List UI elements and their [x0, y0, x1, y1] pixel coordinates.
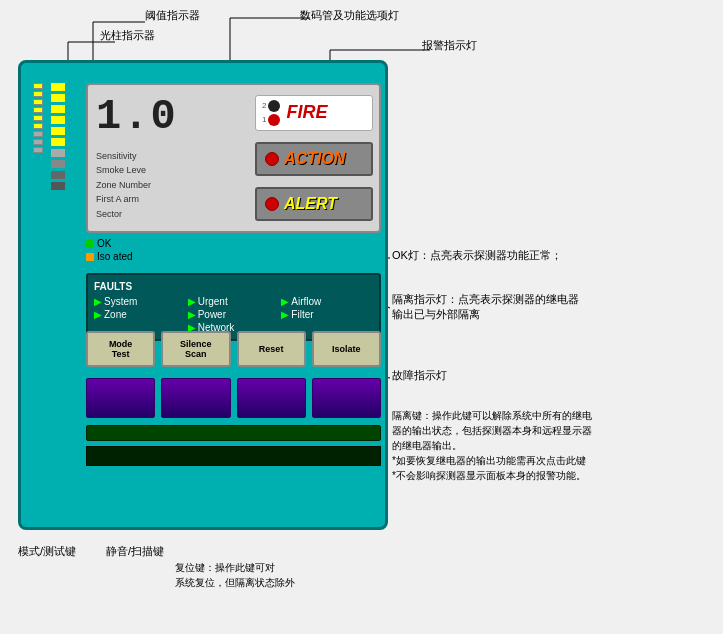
threshold-bars [33, 83, 43, 153]
ok-annotation-text: OK灯：点亮表示探测器功能正常； [392, 249, 562, 261]
light-bar-9 [51, 171, 65, 179]
main-display: 1.0 Sensitivity Smoke Leve Zone Number F… [86, 83, 381, 233]
threshold-bar-2 [33, 91, 43, 97]
bottom-labels-row: 模式/测试键 静音/扫描键 [18, 544, 164, 559]
fault-filter-label: Filter [291, 309, 313, 320]
fault-filter: ▶ Filter [281, 309, 373, 320]
ok-annotation: OK灯：点亮表示探测器功能正常； [392, 248, 562, 263]
fault-arrow-airflow: ▶ [281, 296, 289, 307]
threshold-bar-4 [33, 107, 43, 113]
dot1-number: 1 [262, 115, 266, 124]
display-bar-2 [161, 378, 230, 418]
fault-urgent: ▶ Urgent [188, 296, 280, 307]
mode-test-button[interactable]: Mode Test [86, 331, 155, 367]
fault-arrow-system: ▶ [94, 296, 102, 307]
display-labels: Sensitivity Smoke Leve Zone Number First… [96, 149, 241, 221]
isolate-desc-text: 隔离键：操作此键可以解除系统中所有的继电器的输出状态，包括探测器本身和远程显示器… [392, 410, 592, 481]
bottom-display-bar [86, 446, 381, 466]
display-bar-4 [312, 378, 381, 418]
display-right: 2 1 FIRE ACTION [249, 85, 379, 231]
action-box: ACTION [255, 142, 373, 176]
reset-desc-text: 复位键：操作此键可对系统复位，但隔离状态除外 [175, 562, 295, 588]
fire-dots: 2 1 [262, 100, 280, 126]
alert-label: ALERT [284, 195, 337, 213]
fault-arrow-zone: ▶ [94, 309, 102, 320]
light-bar-3 [51, 105, 65, 113]
fault-zone: ▶ Zone [94, 309, 186, 320]
light-bar-6 [51, 138, 65, 146]
zone-number-label: Zone Number [96, 178, 241, 192]
buttons-row: Mode Test Silence Scan Reset Isolate [86, 331, 381, 367]
alert-box: ALERT [255, 187, 373, 221]
fault-annotation: 故障指示灯 [392, 368, 447, 383]
fault-system-label: System [104, 296, 137, 307]
isolation-annotation: 隔离指示灯：点亮表示探测器的继电器输出已与外部隔离 [392, 292, 579, 323]
threshold-bar-1 [33, 83, 43, 89]
display-bar-1 [86, 378, 155, 418]
threshold-bar-5 [33, 115, 43, 121]
fault-annotation-text: 故障指示灯 [392, 369, 447, 381]
fault-system: ▶ System [94, 296, 186, 307]
ok-row: OK Iso ated [86, 238, 133, 262]
light-bar-7 [51, 149, 65, 157]
alarm-indicator-label: 报警指示灯 [422, 38, 477, 53]
alert-dot [265, 197, 279, 211]
light-bar-indicator-label: 光柱指示器 [100, 28, 155, 43]
smoke-level-label: Smoke Leve [96, 163, 241, 177]
mode-test-bottom-label: 模式/测试键 [18, 544, 76, 559]
first-arm-label: First A arm [96, 192, 241, 206]
silence-scan-button[interactable]: Silence Scan [161, 331, 230, 367]
action-dot [265, 152, 279, 166]
isolate-description: 隔离键：操作此键可以解除系统中所有的继电器的输出状态，包括探测器本身和远程显示器… [392, 408, 592, 483]
green-status-bar [86, 425, 381, 441]
fire-dot-2 [268, 100, 280, 112]
action-label: ACTION [284, 150, 345, 168]
light-bars [51, 83, 65, 190]
fault-airflow: ▶ Airflow [281, 296, 373, 307]
fault-airflow-label: Airflow [291, 296, 321, 307]
light-bar-4 [51, 116, 65, 124]
light-bar-5 [51, 127, 65, 135]
isolate-button[interactable]: Isolate [312, 331, 381, 367]
fault-arrow-power: ▶ [188, 309, 196, 320]
light-bar-1 [51, 83, 65, 91]
fire-label: FIRE [286, 102, 327, 123]
device-panel: 1.0 Sensitivity Smoke Leve Zone Number F… [18, 60, 388, 530]
faults-title: FAULTS [94, 281, 373, 292]
silence-scan-bottom-label: 静音/扫描键 [106, 544, 164, 559]
fault-power: ▶ Power [188, 309, 280, 320]
display-value: 1.0 [96, 93, 241, 141]
fault-power-label: Power [198, 309, 226, 320]
light-bar-2 [51, 94, 65, 102]
threshold-indicator-label: 阈值指示器 [145, 8, 200, 23]
fire-box: 2 1 FIRE [255, 95, 373, 131]
sector-label: Sector [96, 207, 241, 221]
display-bar-3 [237, 378, 306, 418]
isolation-annotation-text: 隔离指示灯：点亮表示探测器的继电器输出已与外部隔离 [392, 293, 579, 320]
threshold-bar-3 [33, 99, 43, 105]
threshold-bar-6 [33, 123, 43, 129]
sensitivity-label: Sensitivity [96, 149, 241, 163]
fire-dot-1 [268, 114, 280, 126]
threshold-bar-9 [33, 147, 43, 153]
ok-label: OK [97, 238, 111, 249]
iso-led [86, 253, 94, 261]
light-bar-10 [51, 182, 65, 190]
ok-led [86, 240, 94, 248]
fault-arrow-filter: ▶ [281, 309, 289, 320]
display-bars-row [86, 378, 381, 418]
display-left: 1.0 Sensitivity Smoke Leve Zone Number F… [88, 85, 249, 231]
iso-label: Iso ated [97, 251, 133, 262]
light-bar-8 [51, 160, 65, 168]
faults-grid: ▶ System ▶ Urgent ▶ Airflow ▶ Zone ▶ P [94, 296, 373, 333]
reset-button[interactable]: Reset [237, 331, 306, 367]
fault-arrow-urgent: ▶ [188, 296, 196, 307]
digital-display-label: 数码管及功能选项灯 [300, 8, 399, 23]
reset-description: 复位键：操作此键可对系统复位，但隔离状态除外 [175, 560, 295, 590]
fault-urgent-label: Urgent [198, 296, 228, 307]
threshold-bar-8 [33, 139, 43, 145]
dot2-number: 2 [262, 101, 266, 110]
threshold-bar-7 [33, 131, 43, 137]
fault-zone-label: Zone [104, 309, 127, 320]
